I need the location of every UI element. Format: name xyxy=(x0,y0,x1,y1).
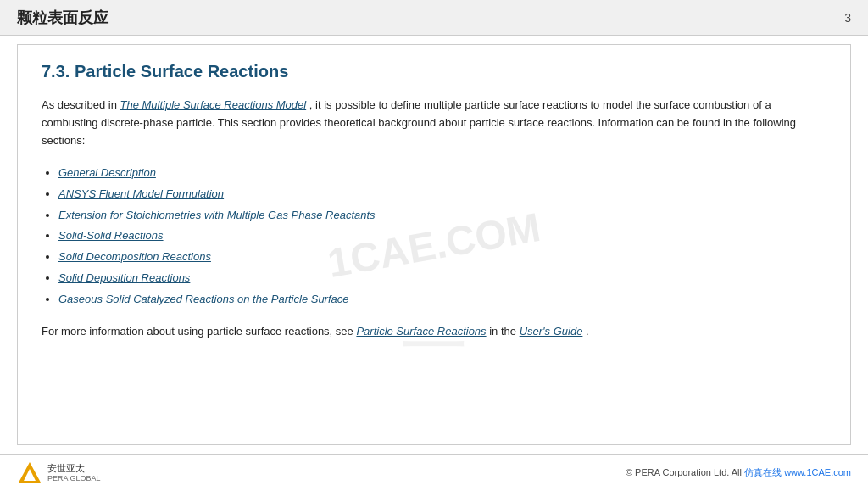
footer-paragraph: For more information about using particl… xyxy=(42,323,826,341)
section-title: 7.3. Particle Surface Reactions xyxy=(42,62,826,81)
list-item: Solid Deposition Reactions xyxy=(58,268,826,289)
main-content: 1CAE.COM 一 7.3. Particle Surface Reactio… xyxy=(0,36,868,454)
page-number: 3 xyxy=(844,11,851,25)
list-item: Gaseous Solid Catalyzed Reactions on the… xyxy=(58,289,826,310)
header-title: 颗粒表面反应 xyxy=(17,8,108,28)
intro-text-prefix: As described in xyxy=(42,98,120,111)
footer-text-prefix: For more information about using particl… xyxy=(42,325,356,338)
sections-list: General Description ANSYS Fluent Model F… xyxy=(58,163,826,310)
footer-text-suffix: . xyxy=(586,325,589,338)
list-item: ANSYS Fluent Model Formulation xyxy=(58,184,826,205)
center-watermark-symbol: 一 xyxy=(400,309,468,384)
link-gaseous-solid-catalyzed[interactable]: Gaseous Solid Catalyzed Reactions on the… xyxy=(58,293,349,305)
logo-icon xyxy=(17,460,42,486)
footer-site-watermark: 仿真在线 xyxy=(744,467,782,477)
footer-right: © PERA Corporation Ltd. All 仿真在线 www.1CA… xyxy=(626,466,851,479)
link-solid-solid-reactions[interactable]: Solid-Solid Reactions xyxy=(58,229,164,242)
footer-site-url: www.1CAE.com xyxy=(784,467,851,477)
content-card: 1CAE.COM 一 7.3. Particle Surface Reactio… xyxy=(17,44,851,445)
multiple-surface-reactions-link[interactable]: The Multiple Surface Reactions Model xyxy=(120,98,307,111)
link-ansys-fluent-model[interactable]: ANSYS Fluent Model Formulation xyxy=(58,187,224,200)
footer-left: 安世亚太 PERA GLOBAL xyxy=(17,460,101,486)
users-guide-link[interactable]: User's Guide xyxy=(520,325,583,338)
link-solid-deposition[interactable]: Solid Deposition Reactions xyxy=(58,271,190,284)
particle-surface-reactions-link[interactable]: Particle Surface Reactions xyxy=(356,325,486,338)
intro-paragraph: As described in The Multiple Surface Rea… xyxy=(42,97,826,149)
logo-cn-text: 安世亚太 xyxy=(47,462,101,474)
link-solid-decomposition[interactable]: Solid Decomposition Reactions xyxy=(58,250,211,263)
list-item: General Description xyxy=(58,163,826,184)
footer-text-middle: in the xyxy=(489,325,519,338)
link-general-description[interactable]: General Description xyxy=(58,166,156,179)
logo-box: 安世亚太 PERA GLOBAL xyxy=(17,460,101,486)
list-item: Extension for Stoichiometries with Multi… xyxy=(58,205,826,226)
header: 颗粒表面反应 3 xyxy=(0,0,868,36)
footer-bar: 安世亚太 PERA GLOBAL © PERA Corporation Ltd.… xyxy=(0,454,868,491)
list-item: Solid-Solid Reactions xyxy=(58,226,826,247)
link-extension-stoichiometries[interactable]: Extension for Stoichiometries with Multi… xyxy=(58,209,376,221)
footer-copyright: © PERA Corporation Ltd. All xyxy=(626,467,742,477)
list-item: Solid Decomposition Reactions xyxy=(58,247,826,268)
logo-en-text: PERA GLOBAL xyxy=(47,474,101,484)
